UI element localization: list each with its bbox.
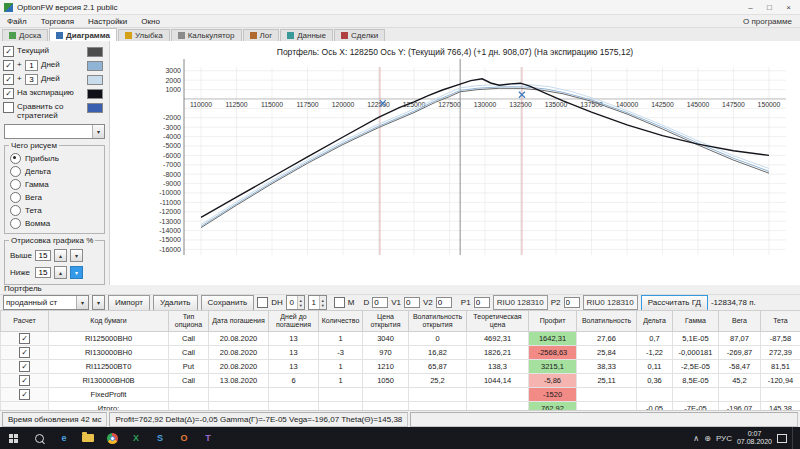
dh-spinner-1[interactable]: 0▲▼ — [286, 295, 305, 310]
tab-Данные[interactable]: Данные — [280, 29, 333, 41]
radio-option-Вега[interactable]: Вега — [8, 191, 101, 204]
tab-Диаграмма[interactable]: Диаграмма — [49, 28, 117, 41]
dh-checkbox[interactable] — [257, 297, 268, 308]
column-header[interactable]: Волатильность открытия — [409, 311, 467, 332]
show-desktop-button[interactable] — [792, 427, 796, 449]
below-increase-button[interactable]: ▾ — [70, 266, 83, 279]
column-header[interactable]: Вега — [719, 311, 761, 332]
column-header[interactable]: Волатильность — [577, 311, 637, 332]
row-check-cell[interactable]: ✓ — [1, 360, 49, 374]
d-input[interactable] — [372, 297, 388, 308]
below-input[interactable] — [35, 267, 51, 278]
menu-item-about[interactable]: О программе — [735, 15, 800, 28]
language-indicator[interactable]: РУС — [716, 434, 732, 443]
row-checkbox[interactable]: ✓ — [19, 375, 30, 386]
table-row[interactable]: ✓RI125000BH0Call20.08.2020131304004692,3… — [1, 332, 800, 346]
start-button[interactable] — [0, 427, 26, 449]
taskbar-clock[interactable]: 0:07 07.08.2020 — [737, 430, 772, 447]
column-header[interactable]: Тета — [761, 311, 800, 332]
row-checkbox[interactable]: ✓ — [19, 347, 30, 358]
series-color-swatch[interactable] — [87, 47, 103, 57]
close-button[interactable]: × — [779, 1, 798, 14]
series-checkbox[interactable] — [3, 102, 14, 113]
menu-item-Настройки[interactable]: Настройки — [81, 15, 134, 28]
v2-input[interactable] — [436, 297, 452, 308]
row-checkbox[interactable]: ✓ — [19, 361, 30, 372]
m-checkbox[interactable] — [334, 297, 345, 308]
column-header[interactable]: Профит — [529, 311, 577, 332]
series-checkbox[interactable]: ✓ — [3, 88, 14, 99]
radio-option-Вомма[interactable]: Вомма — [8, 217, 101, 230]
menu-item-Торговля[interactable]: Торговля — [34, 15, 81, 28]
strategy-select[interactable]: проданный ст ▾ — [3, 295, 89, 310]
above-increase-button[interactable]: ▾ — [70, 249, 83, 262]
tab-Улыбка[interactable]: Улыбка — [118, 29, 170, 41]
row-check-cell[interactable]: ✓ — [1, 388, 49, 402]
menu-item-Окно[interactable]: Окно — [134, 15, 167, 28]
series-checkbox[interactable]: ✓ — [3, 46, 14, 57]
below-decrease-button[interactable]: ▴ — [54, 266, 67, 279]
above-decrease-button[interactable]: ▴ — [54, 249, 67, 262]
tab-Доска[interactable]: Доска — [2, 29, 48, 41]
column-header[interactable]: Количество — [319, 311, 363, 332]
above-input[interactable] — [35, 250, 51, 261]
column-header[interactable]: Расчет — [1, 311, 49, 332]
calculate-gd-button[interactable]: Рассчитать ГД — [641, 295, 708, 311]
maximize-button[interactable]: □ — [760, 1, 779, 14]
column-header[interactable]: Тип опциона — [169, 311, 209, 332]
column-header[interactable]: Гамма — [673, 311, 719, 332]
column-header[interactable]: Теоретическая цена — [467, 311, 529, 332]
excel-icon[interactable]: X — [124, 427, 148, 449]
tray-expand-icon[interactable]: ∧ — [693, 434, 699, 443]
series-color-swatch[interactable] — [87, 89, 103, 99]
row-checkbox[interactable]: ✓ — [19, 333, 30, 344]
minimize-button[interactable]: – — [741, 1, 760, 14]
days-input[interactable] — [25, 60, 38, 71]
radio-option-Дельта[interactable]: Дельта — [8, 165, 101, 178]
radio-option-Тета[interactable]: Тета — [8, 204, 101, 217]
notification-center-icon[interactable] — [777, 434, 787, 443]
payoff-chart[interactable]: 300020001000-2000-3000-4000-5000-6000-70… — [110, 41, 800, 285]
table-row[interactable]: ✓FixedProfit-1520 — [1, 388, 800, 402]
menu-item-Файл[interactable]: Файл — [0, 15, 34, 28]
column-header[interactable]: Дельта — [637, 311, 673, 332]
tab-Калькулятор[interactable]: Калькулятор — [171, 29, 242, 41]
radio-option-Гамма[interactable]: Гамма — [8, 178, 101, 191]
dh-spinner-2[interactable]: 1▲▼ — [308, 295, 327, 310]
row-check-cell[interactable]: ✓ — [1, 346, 49, 360]
folder-icon[interactable] — [76, 427, 100, 449]
search-button[interactable] — [26, 427, 52, 449]
series-color-swatch[interactable] — [87, 75, 103, 85]
column-header[interactable]: Цена открытия — [363, 311, 409, 332]
radio-option-Прибыль[interactable]: Прибыль — [8, 152, 101, 165]
delete-button[interactable]: Удалить — [153, 295, 198, 311]
p1-input[interactable] — [474, 297, 490, 308]
tab-Сделки[interactable]: Сделки — [334, 29, 385, 41]
skype-icon[interactable]: S — [148, 427, 172, 449]
row-check-cell[interactable]: ✓ — [1, 374, 49, 388]
table-row[interactable]: ✓RI112500BT0Put20.08.2020131121065,87138… — [1, 360, 800, 374]
save-button[interactable]: Сохранить — [201, 295, 255, 311]
series-checkbox[interactable]: ✓ — [3, 74, 14, 85]
strategy-dropdown-button[interactable]: ▾ — [92, 295, 105, 310]
table-row[interactable]: ✓RI130000BH0BCall13.08.202061105025,2104… — [1, 374, 800, 388]
app-orange-icon[interactable]: O — [172, 427, 196, 449]
column-header[interactable]: Код бумаги — [49, 311, 169, 332]
days-input[interactable] — [25, 74, 38, 85]
chart-canvas[interactable]: 300020001000-2000-3000-4000-5000-6000-70… — [110, 41, 800, 285]
row-check-cell[interactable]: ✓ — [1, 332, 49, 346]
p2-input[interactable] — [564, 297, 580, 308]
series-checkbox[interactable]: ✓ — [3, 60, 14, 71]
series-color-swatch[interactable] — [87, 61, 103, 71]
column-header[interactable]: Дата погашения — [209, 311, 269, 332]
tab-Лог[interactable]: Лог — [243, 29, 280, 41]
network-icon[interactable]: ⊕ — [704, 434, 711, 443]
compare-strategy-select[interactable]: ▾ — [4, 124, 105, 139]
import-button[interactable]: Импорт — [108, 295, 150, 311]
edge-icon[interactable]: e — [52, 427, 76, 449]
telegram-icon[interactable]: T — [196, 427, 220, 449]
table-row[interactable]: ✓RI130000BH0Call20.08.202013-397016,8218… — [1, 346, 800, 360]
row-checkbox[interactable]: ✓ — [19, 389, 30, 400]
column-header[interactable]: Дней до погашения — [269, 311, 319, 332]
v1-input[interactable] — [404, 297, 420, 308]
